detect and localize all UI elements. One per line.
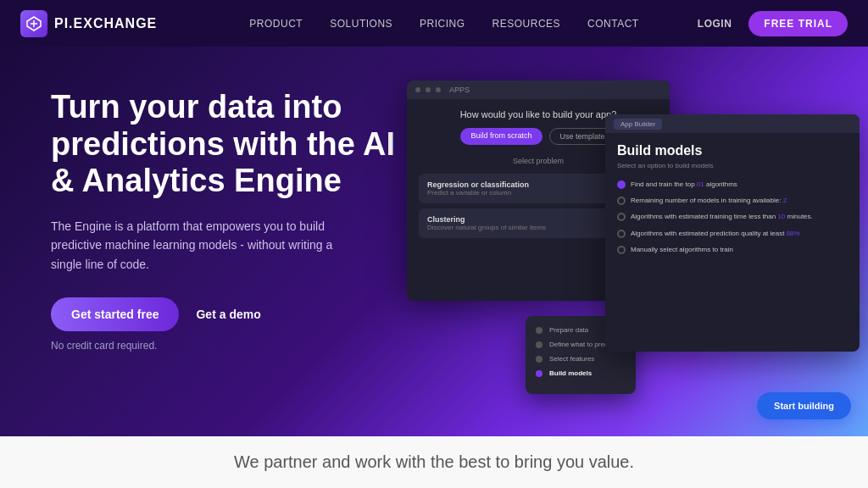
bottom-strip: We partner and work with the best to bri… xyxy=(0,436,868,488)
apps-label: APPS xyxy=(449,86,470,94)
algo-num-1: 01 xyxy=(697,180,704,188)
free-trial-button[interactable]: FREE TRIAL xyxy=(748,11,848,36)
algo-option-3: Algorithms with estimated training time … xyxy=(617,212,848,221)
build-models-title: Build models xyxy=(617,143,848,158)
nav-links: PRODUCT SOLUTIONS PRICING RESOURCES CONT… xyxy=(191,18,698,30)
algo-num-2: 2 xyxy=(783,197,787,204)
get-demo-button[interactable]: Get a demo xyxy=(196,308,260,321)
app-window-front: App Builder Build models Select an optio… xyxy=(605,114,860,352)
problem-clustering-name: Clustering xyxy=(427,215,546,224)
hero-left: Turn your data into predictions with the… xyxy=(51,89,407,352)
radio-dot-3 xyxy=(617,213,626,221)
algo-num-3: 10 xyxy=(777,213,785,220)
radio-dot-5 xyxy=(617,246,626,254)
algo-option-1: Find and train the top 01 algorithms xyxy=(617,180,848,189)
window-dot-1 xyxy=(415,87,420,92)
hero-subtitle: The Engine is a platform that empowers y… xyxy=(51,217,356,274)
radio-dot-2 xyxy=(617,197,626,205)
step-dot-3 xyxy=(536,356,542,363)
step-build-label: Build models xyxy=(549,369,592,377)
problem-regression-name: Regression or classification xyxy=(427,180,529,189)
logo[interactable]: PI.EXCHANGE xyxy=(20,10,157,37)
builder-content: Build models Select an option to build m… xyxy=(605,133,860,271)
radio-dot-1 xyxy=(617,180,626,189)
build-scratch-option[interactable]: Build from scratch xyxy=(460,128,542,145)
algo-option-5: Manually select algorithms to train xyxy=(617,245,848,254)
algo-radio-5: Manually select algorithms to train xyxy=(617,245,848,254)
algo-text-3: Algorithms with estimated training time … xyxy=(631,212,813,221)
nav-right: LOGIN FREE TRIAL xyxy=(698,11,848,36)
login-button[interactable]: LOGIN xyxy=(698,18,732,30)
algo-text-4: Algorithms with estimated prediction qua… xyxy=(631,229,800,238)
algo-num-4: 88% xyxy=(787,230,800,237)
build-models-subtitle: Select an option to build models xyxy=(617,162,848,169)
nav-pricing[interactable]: PRICING xyxy=(420,18,465,30)
no-credit-text: No credit card required. xyxy=(51,340,407,352)
hero-buttons: Get started free Get a demo xyxy=(51,297,407,331)
algo-radio-1: Find and train the top 01 algorithms xyxy=(617,180,848,189)
algo-text-5: Manually select algorithms to train xyxy=(631,245,733,254)
radio-dot-4 xyxy=(617,230,626,238)
nav-solutions[interactable]: SOLUTIONS xyxy=(330,18,392,30)
step-build: Build models xyxy=(536,369,626,377)
window-header-back: APPS xyxy=(407,80,670,99)
hero-title: Turn your data into predictions with the… xyxy=(51,89,407,200)
step-prepare-label: Prepare data xyxy=(549,326,588,334)
window-dot-3 xyxy=(436,87,441,92)
step-features-label: Select features xyxy=(549,355,594,363)
nav-product[interactable]: PRODUCT xyxy=(249,18,303,30)
algo-radio-3: Algorithms with estimated training time … xyxy=(617,212,848,221)
step-dot-2 xyxy=(536,341,542,348)
algo-radio-4: Algorithms with estimated prediction qua… xyxy=(617,229,848,238)
navigation: PI.EXCHANGE PRODUCT SOLUTIONS PRICING RE… xyxy=(0,0,868,47)
start-building-button[interactable]: Start building xyxy=(757,392,851,419)
get-started-button[interactable]: Get started free xyxy=(51,297,179,331)
logo-text: PI.EXCHANGE xyxy=(54,16,157,31)
logo-icon xyxy=(20,10,47,37)
problem-clustering-info: Clustering Discover natural groups of si… xyxy=(427,215,546,231)
builder-header: App Builder xyxy=(605,114,860,133)
problem-clustering-desc: Discover natural groups of similar items xyxy=(427,224,546,231)
algo-option-4: Algorithms with estimated prediction qua… xyxy=(617,229,848,238)
app-builder-badge: App Builder xyxy=(614,119,662,130)
algo-text-2: Remaining number of models in training a… xyxy=(631,196,787,205)
problem-regression-desc: Predict a variable or column xyxy=(427,189,529,197)
nav-resources[interactable]: RESOURCES xyxy=(492,18,561,30)
algo-option-2: Remaining number of models in training a… xyxy=(617,196,848,205)
step-dot-1 xyxy=(536,327,542,334)
partner-text: We partner and work with the best to bri… xyxy=(234,452,634,472)
algo-text-1: Find and train the top 01 algorithms xyxy=(631,180,737,189)
hero-section: Turn your data into predictions with the… xyxy=(0,47,868,436)
hero-right: APPS How would you like to build your ap… xyxy=(381,72,868,436)
algo-radio-2: Remaining number of models in training a… xyxy=(617,196,848,205)
problem-regression-info: Regression or classification Predict a v… xyxy=(427,180,529,197)
nav-contact[interactable]: CONTACT xyxy=(587,18,639,30)
step-features: Select features xyxy=(536,355,626,363)
window-dot-2 xyxy=(426,87,431,92)
step-dot-4 xyxy=(536,370,542,377)
